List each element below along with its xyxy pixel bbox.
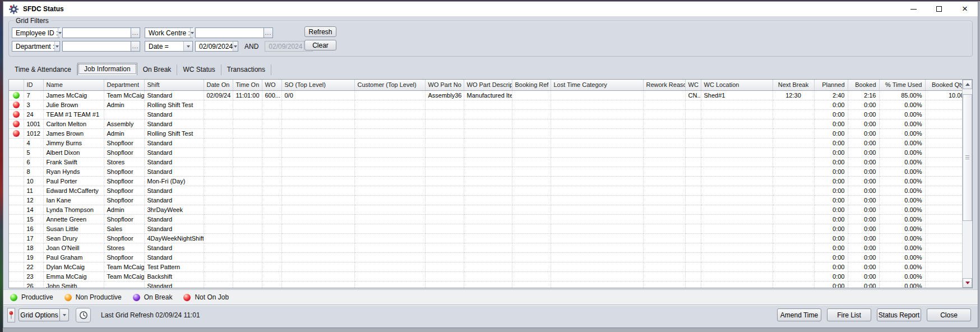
table-row[interactable]: 15Annette GreenShopfloorStandard0:000:00…: [9, 214, 967, 224]
close-button[interactable]: ×: [952, 2, 978, 16]
work-centre-field-selector[interactable]: Work Centre :: [145, 27, 193, 38]
scrollbar-thumb[interactable]: [963, 94, 972, 221]
refresh-timer-button[interactable]: [76, 308, 91, 322]
minimize-button[interactable]: [900, 2, 926, 16]
table-row[interactable]: 6Frank SwiftStoresStandard0:000:000.00%: [9, 157, 967, 167]
table-row[interactable]: 5Albert DixonShopfloorStandard0:000:000.…: [9, 147, 967, 157]
grid-cell: [643, 205, 685, 214]
column-header-next-break[interactable]: Next Break: [773, 80, 814, 90]
grid-cell: [281, 281, 354, 288]
grid-options-dropdown-button[interactable]: [60, 308, 69, 321]
column-header-lost-time-category[interactable]: Lost Time Category: [551, 80, 643, 90]
column-header-booked-qty[interactable]: Booked Qty: [925, 80, 967, 90]
chevron-down-icon[interactable]: [183, 42, 192, 51]
table-row[interactable]: 19Paul GrahamShopfloorStandard0:000:000.…: [9, 252, 967, 262]
grid-cell: 0:00: [848, 138, 879, 147]
table-row[interactable]: 7James McCaigTeam McCaigStandard02/09/24…: [9, 90, 967, 100]
clear-button[interactable]: Clear: [304, 40, 336, 50]
column-header-booking-ref[interactable]: Booking Ref: [512, 80, 551, 90]
grid-cell: [262, 214, 281, 224]
grid-cell: [551, 109, 643, 119]
chevron-down-icon[interactable]: [58, 28, 62, 38]
grid-cell: [425, 186, 464, 195]
table-row[interactable]: 10Paul PorterShopfloorMon-Fri (Day)0:000…: [9, 176, 967, 186]
close-button[interactable]: Close: [927, 308, 971, 321]
date-from-picker[interactable]: 02/09/2024: [195, 41, 238, 52]
grid-cell: 18: [24, 243, 43, 252]
grid-cell: [701, 233, 773, 243]
column-header-department[interactable]: Department: [104, 80, 144, 90]
table-row[interactable]: 1001Carlton MeltonAssemblyStandard0:000:…: [9, 119, 967, 128]
tab-on-break[interactable]: On Break: [137, 64, 178, 75]
table-row[interactable]: 24TEAM #1 TEAM #1Standard0:000:000.00%: [9, 109, 967, 119]
column-header-wo-part-descrip[interactable]: WO Part Descrip...: [464, 80, 512, 90]
table-row[interactable]: 18Joan O'NeillStoresStandard0:000:000.00…: [9, 243, 967, 252]
column-header-wo[interactable]: WO: [262, 80, 281, 90]
column-header-planned[interactable]: Planned: [814, 80, 848, 90]
column-header-date-on[interactable]: Date On: [204, 80, 233, 90]
tab-transactions[interactable]: Transactions: [221, 64, 271, 75]
column-header-shift[interactable]: Shift: [144, 80, 204, 90]
scroll-up-button[interactable]: [963, 80, 972, 89]
column-header-time-used[interactable]: % Time Used: [879, 80, 925, 90]
grid-cell: 2:16: [848, 90, 879, 100]
grid-cell: [464, 167, 512, 176]
column-header-name[interactable]: Name: [43, 80, 104, 90]
table-row[interactable]: 11Edward McCaffertyShopfloorStandard0:00…: [9, 186, 967, 195]
chevron-down-icon[interactable]: [190, 28, 194, 38]
table-row[interactable]: 1012James BrownAdminRolling Shift Test0:…: [9, 128, 967, 138]
gear-icon: [9, 4, 19, 14]
amend-time-button[interactable]: Amend Time: [777, 308, 821, 321]
column-header-rework-reason[interactable]: Rework Reason: [643, 80, 685, 90]
work-centre-browse-button[interactable]: ...: [264, 27, 273, 38]
column-header-status[interactable]: [9, 80, 24, 90]
table-row[interactable]: 3Julie BrownAdminRolling Shift Test0:000…: [9, 100, 967, 109]
table-row[interactable]: 14Lynda ThompsonAdmin3hrDayWeek0:000:000…: [9, 205, 967, 214]
grid-cell: [512, 243, 551, 252]
employee-id-input[interactable]: [62, 27, 131, 38]
grid-options-button[interactable]: Grid Options: [19, 308, 60, 321]
grid-cell: [204, 281, 233, 288]
tab-wc-status[interactable]: WC Status: [177, 64, 221, 75]
department-browse-button[interactable]: ...: [131, 41, 140, 52]
grid-cell: 0.00%: [879, 224, 925, 233]
scroll-down-button[interactable]: [963, 278, 972, 288]
column-header-time-on[interactable]: Time On: [233, 80, 262, 90]
employee-id-field-selector[interactable]: Employee ID :: [12, 27, 60, 38]
grid-cell: [233, 214, 262, 224]
table-row[interactable]: 16Susan LittleSalesStandard0:000:000.00%: [9, 224, 967, 233]
column-header-so-top-level[interactable]: SO (Top Level): [281, 80, 354, 90]
department-field-selector[interactable]: Department :: [12, 41, 60, 52]
column-header-customer-top-level[interactable]: Customer (Top Level): [354, 80, 425, 90]
maximize-button[interactable]: [926, 2, 952, 16]
pin-button[interactable]: [7, 308, 15, 322]
work-centre-input[interactable]: [195, 27, 264, 38]
department-input[interactable]: [62, 41, 131, 52]
table-row[interactable]: 23Emma McCaigTeam McCaigBackshift0:000:0…: [9, 271, 967, 281]
grid-cell: [281, 262, 354, 271]
fire-list-button[interactable]: Fire List: [827, 308, 871, 321]
grid-cell: [425, 262, 464, 271]
employee-id-browse-button[interactable]: ...: [131, 27, 140, 38]
status-report-button[interactable]: Status Report: [877, 308, 921, 321]
table-row[interactable]: 4Jimmy BurnsShopfloorStandard0:000:000.0…: [9, 138, 967, 147]
table-row[interactable]: 26John SmithStandard0:000:000.00%: [9, 281, 967, 288]
table-row[interactable]: 12Ian KaneShopfloorStandard0:000:000.00%: [9, 195, 967, 205]
tab-time-attendance[interactable]: Time & Attendance: [9, 64, 77, 75]
vertical-scrollbar[interactable]: [962, 80, 972, 288]
column-header-wc-location[interactable]: WC Location: [701, 80, 773, 90]
date-operator-selector[interactable]: Date =: [145, 41, 193, 52]
table-row[interactable]: 8Ryan HyndsShopfloorStandard0:000:000.00…: [9, 167, 967, 176]
table-row[interactable]: 22Dylan McCaigTeam McCaigTest Pattern0:0…: [9, 262, 967, 271]
grid-cell: [262, 147, 281, 157]
column-header-wo-part-no[interactable]: WO Part No: [425, 80, 464, 90]
column-header-booked[interactable]: Booked: [848, 80, 879, 90]
tab-job-information[interactable]: Job Information: [77, 63, 137, 75]
chevron-down-icon[interactable]: [54, 42, 59, 51]
column-header-wc[interactable]: WC: [685, 80, 701, 90]
table-row[interactable]: 17Sean DruryShopfloor4DayWeekNightShift0…: [9, 233, 967, 243]
legend-purple-icon: [133, 294, 140, 301]
refresh-button[interactable]: Refresh: [304, 26, 336, 37]
chevron-down-icon[interactable]: [233, 42, 238, 51]
column-header-id[interactable]: ID: [24, 80, 43, 90]
